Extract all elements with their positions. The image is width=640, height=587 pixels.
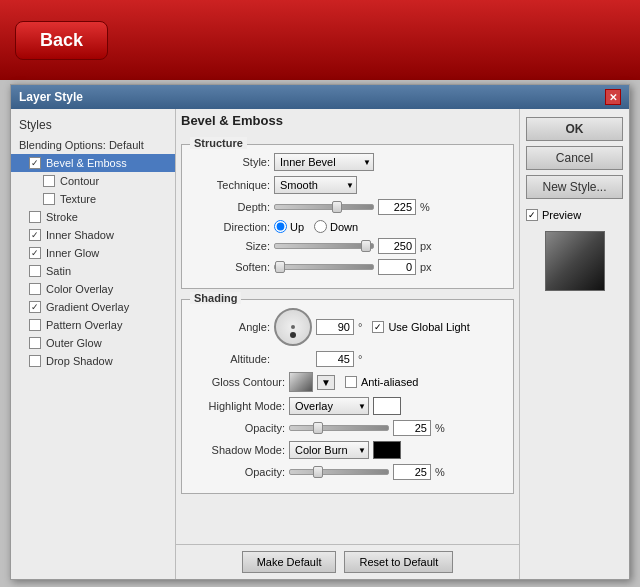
drop-shadow-label: Drop Shadow xyxy=(46,355,113,367)
anti-aliased-label[interactable]: Anti-aliased xyxy=(345,376,418,388)
use-global-light-checkbox[interactable]: ✓ xyxy=(372,321,384,333)
sidebar-item-texture[interactable]: Texture xyxy=(11,190,175,208)
contour-checkbox[interactable] xyxy=(43,175,55,187)
texture-label: Texture xyxy=(60,193,96,205)
shadow-opacity-row: Opacity: % xyxy=(190,464,505,480)
drop-shadow-checkbox[interactable] xyxy=(29,355,41,367)
angle-center xyxy=(291,325,295,329)
preview-label[interactable]: ✓ Preview xyxy=(526,209,623,221)
structure-section: Structure Style: Inner Bevel Outer Bevel… xyxy=(181,144,514,289)
new-style-button[interactable]: New Style... xyxy=(526,175,623,199)
sidebar-item-color-overlay[interactable]: Color Overlay xyxy=(11,280,175,298)
main-area: Bevel & Emboss Structure Style: Inner Be… xyxy=(176,109,519,579)
soften-thumb[interactable] xyxy=(275,261,285,273)
direction-up-radio[interactable]: Up xyxy=(274,220,304,233)
depth-slider[interactable] xyxy=(274,204,374,210)
sidebar-item-bevel-emboss[interactable]: ✓ Bevel & Emboss xyxy=(11,154,175,172)
bevel-emboss-checkbox[interactable]: ✓ xyxy=(29,157,41,169)
gloss-contour-label: Gloss Contour: xyxy=(190,376,285,388)
sidebar-item-satin[interactable]: Satin xyxy=(11,262,175,280)
satin-checkbox[interactable] xyxy=(29,265,41,277)
highlight-opacity-thumb[interactable] xyxy=(313,422,323,434)
highlight-opacity-row: Opacity: % xyxy=(190,420,505,436)
pattern-overlay-label: Pattern Overlay xyxy=(46,319,122,331)
sidebar-item-outer-glow[interactable]: Outer Glow xyxy=(11,334,175,352)
sidebar-item-stroke[interactable]: Stroke xyxy=(11,208,175,226)
make-default-button[interactable]: Make Default xyxy=(242,551,337,573)
preview-checkbox[interactable]: ✓ xyxy=(526,209,538,221)
size-slider[interactable] xyxy=(274,243,374,249)
highlight-mode-row: Highlight Mode: Overlay Normal Screen xyxy=(190,397,505,415)
size-input[interactable] xyxy=(378,238,416,254)
technique-label: Technique: xyxy=(190,179,270,191)
technique-select[interactable]: Smooth Chisel Hard Chisel Soft xyxy=(274,176,357,194)
section-title: Bevel & Emboss xyxy=(181,109,514,134)
direction-row: Direction: Up Down xyxy=(190,220,505,233)
shadow-opacity-slider[interactable] xyxy=(289,469,389,475)
styles-header[interactable]: Styles xyxy=(11,114,175,136)
style-select[interactable]: Inner Bevel Outer Bevel Emboss Pillow Em… xyxy=(274,153,374,171)
inner-shadow-checkbox[interactable]: ✓ xyxy=(29,229,41,241)
dialog-close-button[interactable]: ✕ xyxy=(605,89,621,105)
direction-down-radio[interactable]: Down xyxy=(314,220,358,233)
highlight-mode-select[interactable]: Overlay Normal Screen xyxy=(289,397,369,415)
altitude-degree: ° xyxy=(358,353,362,365)
soften-unit: px xyxy=(420,261,432,273)
texture-checkbox[interactable] xyxy=(43,193,55,205)
cancel-button[interactable]: Cancel xyxy=(526,146,623,170)
highlight-mode-label: Highlight Mode: xyxy=(190,400,285,412)
blending-options-header[interactable]: Blending Options: Default xyxy=(11,136,175,154)
shadow-mode-select[interactable]: Color Burn Normal Multiply xyxy=(289,441,369,459)
shadow-opacity-input[interactable] xyxy=(393,464,431,480)
direction-radio-group: Up Down xyxy=(274,220,358,233)
gradient-overlay-checkbox[interactable]: ✓ xyxy=(29,301,41,313)
sidebar-item-inner-glow[interactable]: ✓ Inner Glow xyxy=(11,244,175,262)
inner-glow-checkbox[interactable]: ✓ xyxy=(29,247,41,259)
shadow-mode-label: Shadow Mode: xyxy=(190,444,285,456)
anti-aliased-text: Anti-aliased xyxy=(361,376,418,388)
shading-title: Shading xyxy=(190,292,241,304)
anti-aliased-checkbox[interactable] xyxy=(345,376,357,388)
preview-text: Preview xyxy=(542,209,581,221)
sidebar-item-drop-shadow[interactable]: Drop Shadow xyxy=(11,352,175,370)
shadow-opacity-thumb[interactable] xyxy=(313,466,323,478)
angle-input[interactable] xyxy=(316,319,354,335)
dialog-titlebar: Layer Style ✕ xyxy=(11,85,629,109)
highlight-opacity-slider[interactable] xyxy=(289,425,389,431)
direction-down-input[interactable] xyxy=(314,220,327,233)
reset-to-default-button[interactable]: Reset to Default xyxy=(344,551,453,573)
soften-input[interactable] xyxy=(378,259,416,275)
sidebar-item-contour[interactable]: Contour xyxy=(11,172,175,190)
preview-thumbnail xyxy=(545,231,605,291)
altitude-label: Altitude: xyxy=(190,353,270,365)
altitude-input[interactable] xyxy=(316,351,354,367)
back-button[interactable]: Back xyxy=(15,21,108,60)
depth-label: Depth: xyxy=(190,201,270,213)
highlight-opacity-input[interactable] xyxy=(393,420,431,436)
sidebar-item-gradient-overlay[interactable]: ✓ Gradient Overlay xyxy=(11,298,175,316)
shading-section: Shading Angle: ° ✓ Use Global Light xyxy=(181,299,514,494)
stroke-checkbox[interactable] xyxy=(29,211,41,223)
pattern-overlay-checkbox[interactable] xyxy=(29,319,41,331)
color-overlay-checkbox[interactable] xyxy=(29,283,41,295)
soften-slider[interactable] xyxy=(274,264,374,270)
shadow-color-swatch[interactable] xyxy=(373,441,401,459)
technique-dropdown-wrapper: Smooth Chisel Hard Chisel Soft xyxy=(274,176,357,194)
use-global-light-label[interactable]: ✓ Use Global Light xyxy=(372,321,469,333)
highlight-color-swatch[interactable] xyxy=(373,397,401,415)
depth-input[interactable] xyxy=(378,199,416,215)
sidebar-item-inner-shadow[interactable]: ✓ Inner Shadow xyxy=(11,226,175,244)
size-thumb[interactable] xyxy=(361,240,371,252)
dialog-body: Styles Blending Options: Default ✓ Bevel… xyxy=(11,109,629,579)
gradient-overlay-label: Gradient Overlay xyxy=(46,301,129,313)
outer-glow-checkbox[interactable] xyxy=(29,337,41,349)
depth-thumb[interactable] xyxy=(332,201,342,213)
angle-dial[interactable] xyxy=(274,308,312,346)
highlight-opacity-label: Opacity: xyxy=(190,422,285,434)
sidebar-item-pattern-overlay[interactable]: Pattern Overlay xyxy=(11,316,175,334)
direction-up-input[interactable] xyxy=(274,220,287,233)
ok-button[interactable]: OK xyxy=(526,117,623,141)
shadow-opacity-label: Opacity: xyxy=(190,466,285,478)
gloss-contour-preview[interactable] xyxy=(289,372,313,392)
gloss-contour-dropdown[interactable]: ▼ xyxy=(317,375,335,390)
